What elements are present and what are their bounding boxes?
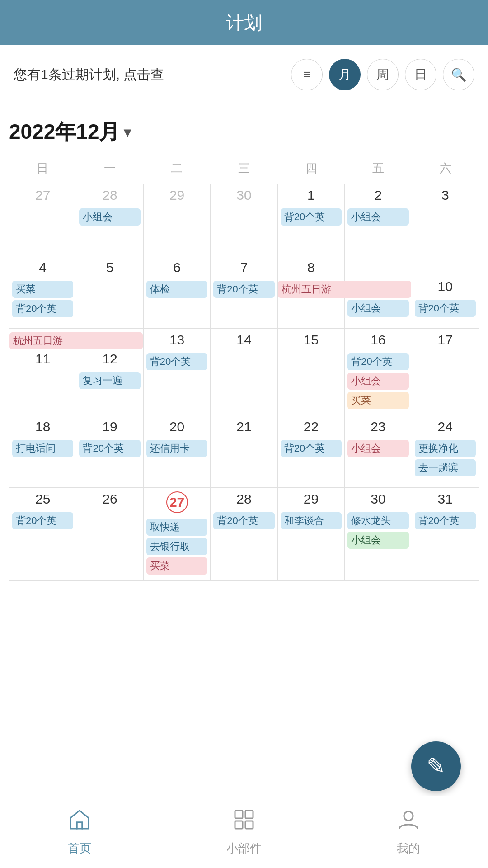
event-dec4-2[interactable]: 背20个英 [12, 300, 73, 317]
cal-cell-dec14[interactable]: 14 [211, 329, 277, 415]
svg-point-5 [404, 811, 413, 821]
cal-cell-dec3[interactable]: 3 [412, 184, 479, 256]
calendar-grid: 27 28 小组会 29 30 1 背20个英 2 小组会 3 4 买菜 背20… [9, 184, 479, 581]
cal-cell-dec20[interactable]: 20 还信用卡 [144, 415, 211, 488]
event-dec19-1[interactable]: 背20个英 [79, 440, 140, 457]
top-bar: 您有1条过期计划, 点击查 ≡ 月 周 日 🔍 [0, 45, 488, 104]
nav-home-label: 首页 [68, 840, 91, 856]
event-dec27-3[interactable]: 买菜 [146, 557, 207, 575]
event-dec27-2[interactable]: 去银行取 [146, 538, 207, 555]
cal-cell-dec26[interactable]: 26 [76, 488, 143, 581]
cal-cell-dec13[interactable]: 13 背20个英 [144, 329, 211, 415]
event-dec27-1[interactable]: 取快递 [146, 519, 207, 536]
cal-cell-nov28[interactable]: 28 小组会 [76, 184, 143, 256]
weekday-sun: 日 [9, 157, 76, 180]
list-view-btn[interactable]: ≡ [291, 59, 323, 90]
cal-cell-dec17[interactable]: 17 [412, 329, 479, 415]
event-dec4-1[interactable]: 买菜 [12, 281, 73, 298]
weekday-tue: 二 [143, 157, 211, 180]
person-icon [397, 808, 420, 837]
event-dec29-1[interactable]: 和李谈合 [281, 512, 342, 529]
nav-profile[interactable]: 我的 [397, 808, 420, 856]
search-btn[interactable]: 🔍 [443, 59, 474, 90]
cal-cell-dec23[interactable]: 23 小组会 [345, 415, 412, 488]
event-dec2-1[interactable]: 小组会 [347, 208, 408, 226]
cal-cell-dec22[interactable]: 22 背20个英 [278, 415, 345, 488]
cal-cell-dec18[interactable]: 18 打电话问 [9, 415, 76, 488]
cal-cell-dec6[interactable]: 6 体检 [144, 256, 211, 329]
app-title: 计划 [226, 10, 262, 35]
month-dropdown-icon: ▾ [124, 124, 131, 140]
weekday-thu: 四 [277, 157, 345, 180]
cal-cell-dec16[interactable]: 16 背20个英 小组会 买菜 [345, 329, 412, 415]
event-dec30-1[interactable]: 修水龙头 [347, 512, 408, 529]
event-dec1-1[interactable]: 背20个英 [281, 208, 342, 226]
day-view-btn[interactable]: 日 [405, 59, 436, 90]
nav-widgets-label: 小部件 [226, 840, 262, 856]
event-dec23-1[interactable]: 小组会 [347, 440, 408, 457]
cal-cell-dec25[interactable]: 25 背20个英 [9, 488, 76, 581]
event-dec25-1[interactable]: 背20个英 [12, 512, 73, 529]
event-dec11-hangzhou[interactable]: 杭州五日游 [9, 332, 143, 349]
overdue-notice[interactable]: 您有1条过期计划, 点击查 [14, 66, 282, 84]
event-dec8-hangzhou[interactable]: 杭州五日游 [278, 281, 411, 298]
edit-icon: ✎ [427, 753, 446, 779]
event-dec12-1[interactable]: 复习一遍 [79, 372, 140, 389]
cal-cell-dec8[interactable]: 8 杭州五日游 [278, 256, 345, 329]
widgets-icon [232, 808, 256, 837]
month-title[interactable]: 2022年12月 ▾ [9, 118, 479, 146]
event-dec24-2[interactable]: 去一趟滨 [415, 459, 476, 476]
nav-home[interactable]: 首页 [68, 808, 91, 856]
cal-cell-dec15[interactable]: 15 [278, 329, 345, 415]
cal-cell-dec7[interactable]: 7 背20个英 [211, 256, 277, 329]
event-dec7-1[interactable]: 背20个英 [213, 281, 274, 298]
cal-cell-nov30[interactable]: 30 [211, 184, 277, 256]
event-dec16-1[interactable]: 背20个英 [347, 353, 408, 370]
event-dec22-1[interactable]: 背20个英 [281, 440, 342, 457]
cal-cell-dec19[interactable]: 19 背20个英 [76, 415, 143, 488]
month-view-btn[interactable]: 月 [329, 59, 361, 90]
calendar-area: 2022年12月 ▾ 日 一 二 三 四 五 六 27 28 小组会 29 30… [0, 104, 488, 590]
event-dec16-2[interactable]: 小组会 [347, 373, 408, 390]
event-dec18-1[interactable]: 打电话问 [12, 440, 73, 457]
cal-cell-dec10[interactable]: 10 背20个英 [412, 256, 479, 329]
svg-rect-4 [245, 821, 253, 829]
cal-cell-dec2[interactable]: 2 小组会 [345, 184, 412, 256]
home-icon [68, 808, 91, 837]
cal-cell-dec30[interactable]: 30 修水龙头 小组会 [345, 488, 412, 581]
cal-cell-dec28[interactable]: 28 背20个英 [211, 488, 277, 581]
event-dec24-1[interactable]: 更换净化 [415, 440, 476, 457]
svg-rect-3 [235, 821, 243, 829]
event-dec16-3[interactable]: 买菜 [347, 392, 408, 409]
cal-cell-nov29[interactable]: 29 [144, 184, 211, 256]
nav-profile-label: 我的 [397, 840, 420, 856]
event-dec20-1[interactable]: 还信用卡 [146, 440, 207, 457]
cal-cell-dec4[interactable]: 4 买菜 背20个英 [9, 256, 76, 329]
weekday-sat: 六 [412, 157, 479, 180]
week-view-btn[interactable]: 周 [367, 59, 399, 90]
event-dec10-1[interactable]: 背20个英 [415, 300, 476, 317]
event-dec30-2[interactable]: 小组会 [347, 532, 408, 549]
cal-cell-dec1[interactable]: 1 背20个英 [278, 184, 345, 256]
add-plan-fab[interactable]: ✎ [411, 741, 461, 791]
event-dec28-1[interactable]: 背20个英 [213, 512, 274, 529]
cal-cell-nov27[interactable]: 27 [9, 184, 76, 256]
event-dec6-1[interactable]: 体检 [146, 281, 207, 298]
cal-cell-dec5[interactable]: 5 [76, 256, 143, 329]
event-dec31-1[interactable]: 背20个英 [415, 512, 476, 529]
event-nov28-1[interactable]: 小组会 [79, 208, 140, 226]
cal-cell-dec24[interactable]: 24 更换净化 去一趟滨 [412, 415, 479, 488]
cal-cell-dec21[interactable]: 21 [211, 415, 277, 488]
today-date: 27 [166, 491, 188, 513]
cal-cell-dec31[interactable]: 31 背20个英 [412, 488, 479, 581]
cal-cell-dec27[interactable]: 27 取快递 去银行取 买菜 [144, 488, 211, 581]
cal-cell-dec29[interactable]: 29 和李谈合 [278, 488, 345, 581]
event-dec13-1[interactable]: 背20个英 [146, 353, 207, 370]
svg-rect-0 [77, 822, 82, 829]
event-dec9-1[interactable]: 小组会 [347, 300, 408, 317]
app-header: 计划 [0, 0, 488, 45]
svg-rect-2 [245, 811, 253, 818]
weekday-mon: 一 [76, 157, 144, 180]
nav-widgets[interactable]: 小部件 [226, 808, 262, 856]
cal-cell-dec11[interactable]: 11 杭州五日游 [9, 329, 76, 415]
